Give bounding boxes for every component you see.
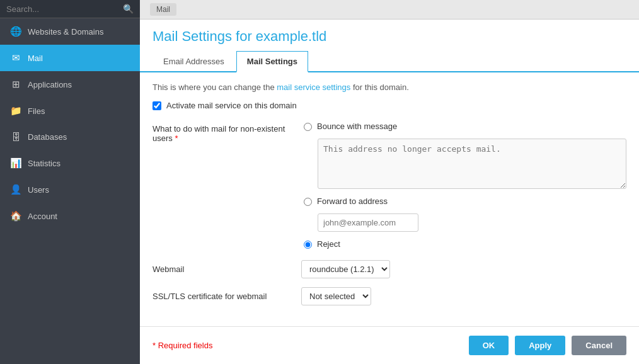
sidebar-item-label: Statistics: [28, 159, 60, 168]
sidebar-nav: 🌐 Websites & Domains✉ Mail⊞ Applications…: [0, 18, 140, 229]
sidebar-item-account[interactable]: 🏠 Account: [0, 203, 140, 229]
search-input[interactable]: [6, 4, 123, 14]
extra-settings: Webmail roundcube (1.2.1)none SSL/TLS ce…: [153, 260, 626, 305]
mail-icon: ✉: [10, 52, 21, 64]
mail-service-link[interactable]: mail service settings: [277, 82, 350, 92]
sidebar: 🔍 🌐 Websites & Domains✉ Mail⊞ Applicatio…: [0, 0, 140, 364]
applications-icon: ⊞: [10, 79, 21, 90]
forward-label[interactable]: Forward to address: [317, 196, 388, 206]
forward-radio[interactable]: [304, 198, 312, 206]
cancel-button[interactable]: Cancel: [572, 336, 626, 355]
search-box[interactable]: 🔍: [0, 0, 140, 18]
sidebar-item-mail[interactable]: ✉ Mail: [0, 45, 140, 71]
ssl-select[interactable]: Not selecteddefault: [301, 287, 371, 305]
ok-button[interactable]: OK: [469, 336, 509, 355]
forward-row: Forward to address: [304, 196, 626, 206]
reject-label[interactable]: Reject: [317, 239, 340, 249]
page-title: Mail Settings for example.tld: [153, 28, 626, 45]
sidebar-item-users[interactable]: 👤 Users: [0, 176, 140, 203]
non-existent-label-col: What to do with mail for non-existent us…: [153, 122, 291, 249]
activate-checkbox[interactable]: [153, 101, 161, 110]
sidebar-item-label: Databases: [28, 132, 67, 142]
non-existent-section: What to do with mail for non-existent us…: [153, 122, 626, 249]
sidebar-item-label: Files: [28, 106, 45, 116]
sidebar-item-label: Mail: [28, 54, 43, 63]
sidebar-item-label: Applications: [28, 80, 72, 89]
bounce-label[interactable]: Bounce with message: [317, 122, 397, 131]
sidebar-item-label: Websites & Domains: [28, 27, 103, 37]
tab-mail-settings[interactable]: Mail Settings: [236, 51, 308, 72]
activate-label[interactable]: Activate mail service on this domain: [166, 101, 297, 110]
ssl-label: SSL/TLS certificate for webmail: [153, 292, 291, 301]
required-note: * Required fields: [153, 341, 463, 350]
non-existent-label: What to do with mail for non-existent us…: [153, 124, 285, 143]
apply-button[interactable]: Apply: [515, 336, 565, 355]
domain-name: example.tld: [256, 28, 327, 44]
breadcrumb-bar: Mail: [140, 0, 639, 20]
sidebar-item-files[interactable]: 📁 Files: [0, 98, 140, 124]
tabs-bar: Email AddressesMail Settings: [140, 51, 639, 72]
tab-email-addresses[interactable]: Email Addresses: [153, 51, 235, 71]
info-text: This is where you can change the mail se…: [153, 82, 626, 92]
sidebar-item-label: Account: [28, 212, 57, 221]
account-icon: 🏠: [10, 210, 21, 222]
databases-icon: 🗄: [10, 132, 21, 142]
sidebar-item-websites-domains[interactable]: 🌐 Websites & Domains: [0, 18, 140, 45]
content-area: This is where you can change the mail se…: [140, 72, 639, 326]
bounce-row: Bounce with message: [304, 122, 626, 131]
ssl-row: SSL/TLS certificate for webmail Not sele…: [153, 287, 626, 305]
websites-domains-icon: 🌐: [10, 26, 21, 37]
sidebar-item-label: Users: [28, 185, 49, 195]
activate-row: Activate mail service on this domain: [153, 101, 626, 110]
page-title-area: Mail Settings for example.tld: [140, 20, 639, 48]
sidebar-item-databases[interactable]: 🗄 Databases: [0, 124, 140, 150]
main-content: Mail Mail Settings for example.tld Email…: [140, 0, 639, 364]
sidebar-item-statistics[interactable]: 📊 Statistics: [0, 150, 140, 176]
required-star: *: [175, 134, 178, 143]
page-title-text: Mail Settings for: [153, 28, 256, 44]
webmail-select[interactable]: roundcube (1.2.1)none: [301, 260, 390, 278]
bounce-textarea[interactable]: [318, 139, 626, 189]
sidebar-item-applications[interactable]: ⊞ Applications: [0, 71, 140, 98]
files-icon: 📁: [10, 105, 21, 117]
webmail-label: Webmail: [153, 264, 291, 274]
webmail-row: Webmail roundcube (1.2.1)none: [153, 260, 626, 278]
search-icon: 🔍: [123, 4, 134, 14]
statistics-icon: 📊: [10, 157, 21, 169]
bounce-radio[interactable]: [304, 123, 312, 131]
reject-row: Reject: [304, 239, 626, 249]
forward-input[interactable]: [318, 213, 418, 232]
options-col: Bounce with message Forward to address R…: [304, 122, 626, 249]
footer-area: * Required fields OK Apply Cancel: [140, 326, 639, 364]
users-icon: 👤: [10, 184, 21, 195]
reject-radio[interactable]: [304, 241, 312, 249]
breadcrumb[interactable]: Mail: [150, 3, 176, 16]
